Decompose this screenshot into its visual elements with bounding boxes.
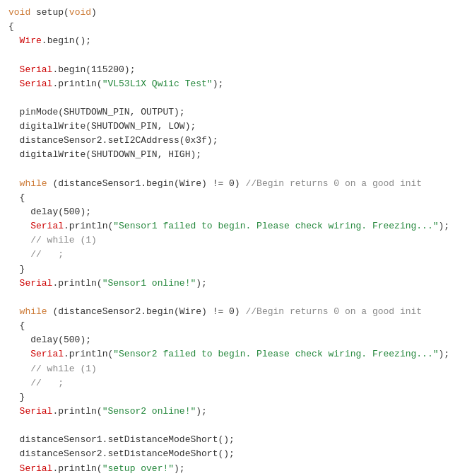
code-line: // while (1) xyxy=(8,233,452,248)
code-line: { xyxy=(8,20,452,34)
code-token: delay(500); xyxy=(8,207,91,217)
code-token: Serial xyxy=(20,463,53,474)
code-line: delay(500); xyxy=(8,333,452,347)
code-line: Serial.begin(115200); xyxy=(8,63,452,77)
code-token: } xyxy=(8,264,25,274)
code-token: Serial xyxy=(20,79,53,89)
code-token: //Begin returns 0 on a good init xyxy=(245,306,422,317)
code-token xyxy=(8,178,20,189)
code-token: "Sensor2 online!" xyxy=(102,406,196,417)
code-token: ); xyxy=(439,221,450,231)
code-line: Serial.println("Sensor1 failed to begin.… xyxy=(8,219,452,233)
code-token: ) xyxy=(91,7,102,18)
code-token xyxy=(8,35,20,46)
code-line: // ; xyxy=(8,376,452,390)
code-token xyxy=(8,221,30,231)
code-token: "VL53L1X Qwiic Test" xyxy=(102,79,213,89)
code-token: { xyxy=(8,21,14,32)
code-line: { xyxy=(8,191,452,205)
code-token: distanceSensor2.setDistanceModeShort(); xyxy=(8,448,235,459)
code-token: Wire xyxy=(20,35,42,46)
code-line: // while (1) xyxy=(8,362,452,376)
code-token: // while (1) xyxy=(30,235,97,245)
code-token: ); xyxy=(213,79,224,89)
code-token: //Begin returns 0 on a good init xyxy=(245,178,422,189)
code-token xyxy=(8,278,20,289)
code-token xyxy=(8,463,20,474)
code-token: } xyxy=(8,392,25,402)
code-token xyxy=(8,235,30,245)
code-line: // ; xyxy=(8,248,452,262)
code-token: .println( xyxy=(52,278,102,289)
code-token xyxy=(8,364,30,374)
code-line: { xyxy=(8,319,452,333)
code-token: // while (1) xyxy=(30,364,97,374)
code-line: distanceSensor1.setDistanceModeShort(); xyxy=(8,433,452,447)
code-token: while xyxy=(20,306,47,317)
code-token xyxy=(8,406,20,417)
code-token: Serial xyxy=(20,406,53,417)
code-token: digitalWrite(SHUTDOWN_PIN, LOW); xyxy=(8,121,196,132)
code-token xyxy=(8,349,30,359)
code-token: "Sensor1 online!" xyxy=(102,278,196,289)
code-token: { xyxy=(8,192,25,203)
code-token: delay(500); xyxy=(8,335,91,345)
code-token: "setup over!" xyxy=(102,463,174,474)
code-token: ); xyxy=(439,349,450,359)
code-line xyxy=(8,91,452,105)
code-line: pinMode(SHUTDOWN_PIN, OUTPUT); xyxy=(8,105,452,120)
code-token: Serial xyxy=(20,64,53,75)
code-line: void setup(void) xyxy=(8,6,452,20)
code-line: } xyxy=(8,390,452,405)
code-line: Serial.println("setup over!"); xyxy=(8,462,452,476)
code-token: distanceSensor2.setI2CAddress(0x3f); xyxy=(8,135,218,146)
code-line: Serial.println("Sensor1 online!"); xyxy=(8,277,452,291)
code-token: Serial xyxy=(30,349,64,359)
code-token: .println( xyxy=(52,79,102,89)
code-token: // ; xyxy=(30,378,64,388)
code-token: void xyxy=(8,7,30,18)
code-token: (distanceSensor1.begin(Wire) != 0) xyxy=(47,178,246,189)
code-line: distanceSensor2.setDistanceModeShort(); xyxy=(8,447,452,461)
code-token: Serial xyxy=(30,221,64,231)
code-token: "Sensor2 failed to begin. Please check w… xyxy=(113,349,438,359)
code-line: while (distanceSensor2.begin(Wire) != 0)… xyxy=(8,305,452,319)
code-block: void setup(void) { Wire.begin(); Serial.… xyxy=(0,0,460,476)
code-line: } xyxy=(8,262,452,277)
code-line xyxy=(8,291,452,305)
code-line: digitalWrite(SHUTDOWN_PIN, HIGH); xyxy=(8,148,452,162)
code-token: ); xyxy=(174,463,185,474)
code-token: Serial xyxy=(20,278,53,289)
code-line: Wire.begin(); xyxy=(8,34,452,48)
code-token: .begin(115200); xyxy=(52,64,135,75)
code-token xyxy=(8,378,30,388)
code-token xyxy=(8,249,30,260)
code-token xyxy=(8,79,20,89)
code-token: "Sensor1 failed to begin. Please check w… xyxy=(113,221,438,231)
code-line: while (distanceSensor1.begin(Wire) != 0)… xyxy=(8,177,452,191)
code-line: Serial.println("Sensor2 failed to begin.… xyxy=(8,347,452,361)
code-line xyxy=(8,48,452,62)
code-token xyxy=(8,306,20,317)
code-line: distanceSensor2.setI2CAddress(0x3f); xyxy=(8,134,452,148)
code-token: setup( xyxy=(30,7,69,18)
code-token: (distanceSensor2.begin(Wire) != 0) xyxy=(47,306,246,317)
code-token: .println( xyxy=(52,406,102,417)
code-token: ); xyxy=(196,278,207,289)
code-token xyxy=(8,64,20,75)
code-line xyxy=(8,419,452,433)
code-token: .println( xyxy=(64,349,113,359)
code-token: void xyxy=(69,7,91,18)
code-token: while xyxy=(20,178,47,189)
code-token: .println( xyxy=(64,221,113,231)
code-token: { xyxy=(8,320,25,331)
code-token: ); xyxy=(196,406,207,417)
code-line: Serial.println("Sensor2 online!"); xyxy=(8,405,452,419)
code-line: digitalWrite(SHUTDOWN_PIN, LOW); xyxy=(8,120,452,134)
code-token: pinMode(SHUTDOWN_PIN, OUTPUT); xyxy=(8,107,185,117)
code-line: delay(500); xyxy=(8,205,452,219)
code-token: .begin(); xyxy=(42,35,91,46)
code-line: Serial.println("VL53L1X Qwiic Test"); xyxy=(8,77,452,91)
code-token: // ; xyxy=(30,249,64,260)
code-token: distanceSensor1.setDistanceModeShort(); xyxy=(8,434,235,445)
